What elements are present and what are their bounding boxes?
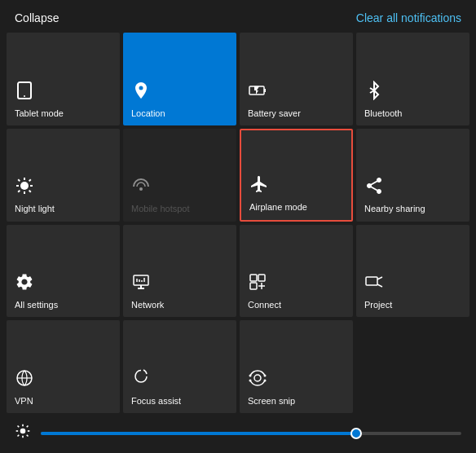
mobile-hotspot-label: Mobile hotspot: [131, 204, 190, 214]
tile-location[interactable]: Location: [123, 33, 236, 125]
brightness-control: [0, 413, 476, 453]
svg-line-30: [377, 284, 382, 287]
vpn-icon: [15, 368, 34, 391]
tile-airplane-mode[interactable]: Airplane mode: [240, 129, 353, 222]
svg-line-43: [18, 426, 20, 428]
tile-nearby-sharing[interactable]: Nearby sharing: [356, 129, 469, 222]
connect-icon: [248, 272, 267, 295]
svg-point-34: [249, 374, 252, 376]
night-light-label: Night light: [15, 204, 55, 214]
svg-line-14: [18, 191, 20, 192]
network-icon: [131, 272, 151, 295]
tile-night-light[interactable]: Night light: [7, 129, 120, 222]
svg-line-13: [29, 180, 31, 182]
tablet-mode-label: Tablet mode: [15, 108, 64, 119]
bluetooth-label: Bluetooth: [364, 108, 402, 119]
svg-point-1: [24, 95, 25, 97]
night-light-icon: [15, 176, 34, 199]
svg-point-3: [139, 86, 143, 90]
tiles-grid: Tablet mode Location Batte: [0, 33, 476, 413]
all-settings-label: All settings: [15, 300, 58, 310]
brightness-icon: [15, 423, 31, 443]
tile-project[interactable]: Project: [356, 225, 469, 318]
tile-network[interactable]: Network: [123, 225, 236, 318]
battery-saver-label: Battery saver: [248, 108, 301, 119]
tile-screen-snip[interactable]: Screen snip: [240, 320, 353, 413]
tile-connect[interactable]: Connect: [240, 225, 353, 318]
svg-line-11: [18, 180, 20, 182]
connect-label: Connect: [248, 300, 281, 310]
vpn-label: VPN: [15, 396, 33, 407]
screen-snip-label: Screen snip: [248, 396, 295, 407]
airplane-mode-label: Airplane mode: [249, 202, 307, 213]
location-icon: [131, 81, 151, 103]
tile-focus-assist[interactable]: Focus assist: [123, 320, 236, 413]
svg-rect-23: [250, 275, 257, 281]
clear-notifications-button[interactable]: Clear all notifications: [356, 11, 461, 24]
location-label: Location: [131, 108, 165, 119]
brightness-slider-thumb: [350, 428, 362, 439]
tile-battery-saver[interactable]: Battery saver: [240, 33, 353, 125]
svg-point-6: [20, 182, 29, 190]
battery-saver-icon: [248, 81, 267, 103]
brightness-slider[interactable]: [41, 432, 461, 435]
tile-bluetooth[interactable]: Bluetooth: [356, 33, 469, 125]
screen-snip-icon: [248, 368, 267, 391]
focus-assist-icon: [131, 368, 151, 391]
action-center: Collapse Clear all notifications Tablet …: [0, 0, 476, 453]
svg-point-37: [264, 379, 267, 381]
svg-point-33: [254, 375, 261, 381]
tablet-mode-icon: [15, 81, 34, 103]
collapse-button[interactable]: Collapse: [15, 11, 59, 24]
svg-point-15: [139, 187, 143, 191]
svg-line-45: [27, 426, 29, 428]
svg-point-38: [20, 429, 26, 434]
project-icon: [364, 272, 384, 295]
svg-line-12: [29, 191, 31, 192]
tile-tablet-mode[interactable]: Tablet mode: [7, 33, 120, 125]
mobile-hotspot-icon: [131, 176, 151, 199]
svg-line-44: [27, 435, 29, 437]
project-label: Project: [364, 300, 392, 310]
bluetooth-icon: [364, 81, 384, 103]
brightness-slider-fill: [41, 432, 356, 435]
tile-all-settings[interactable]: All settings: [7, 225, 120, 318]
nearby-sharing-icon: [364, 176, 384, 199]
svg-rect-5: [264, 89, 266, 92]
network-label: Network: [131, 300, 164, 310]
tile-mobile-hotspot[interactable]: Mobile hotspot: [123, 129, 236, 222]
svg-rect-28: [366, 277, 377, 285]
airplane-mode-icon: [249, 174, 269, 197]
svg-point-35: [264, 374, 267, 376]
tile-vpn[interactable]: VPN: [7, 320, 120, 413]
svg-rect-24: [258, 275, 265, 281]
nearby-sharing-label: Nearby sharing: [364, 204, 425, 214]
focus-assist-label: Focus assist: [131, 396, 181, 407]
header: Collapse Clear all notifications: [0, 0, 476, 33]
svg-rect-25: [250, 283, 257, 289]
svg-rect-16: [134, 275, 148, 285]
svg-line-29: [377, 277, 382, 279]
all-settings-icon: [15, 272, 34, 295]
svg-point-36: [249, 379, 252, 381]
svg-line-46: [18, 435, 20, 437]
